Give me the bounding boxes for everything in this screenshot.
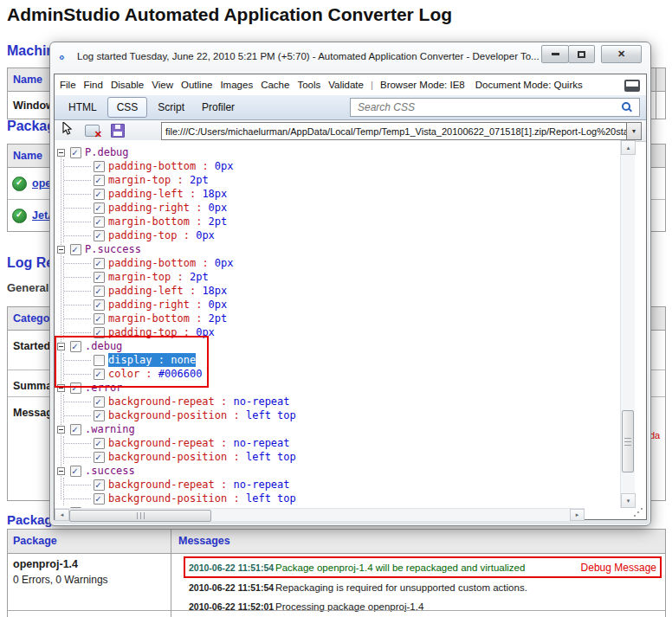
maximize-button[interactable]	[568, 45, 595, 63]
property-checkbox[interactable]	[94, 479, 105, 491]
property-checkbox[interactable]	[94, 313, 105, 325]
css-property-row[interactable]: padding-top : 0px	[64, 228, 620, 242]
expander-icon[interactable]	[57, 426, 65, 434]
browser-mode-menu[interactable]: Browser Mode: IE8	[380, 80, 465, 90]
property-checkbox[interactable]	[94, 161, 105, 172]
minimize-button[interactable]	[541, 45, 569, 63]
css-property-row[interactable]: padding-bottom : 0px	[64, 159, 620, 173]
css-rule-row[interactable]: .debug	[57, 339, 620, 353]
scroll-left-button[interactable]: ◂	[55, 509, 69, 521]
tab-script[interactable]: Script	[149, 97, 193, 118]
css-property-row[interactable]: margin-top : 2pt	[64, 173, 620, 187]
tab-css[interactable]: CSS	[107, 97, 148, 118]
css-property-row[interactable]: padding-right : 0px	[64, 298, 620, 312]
property-checkbox[interactable]	[94, 369, 105, 380]
css-property-row[interactable]: background-position : left top	[64, 408, 620, 422]
pin-window-icon[interactable]	[624, 80, 640, 92]
property-checkbox[interactable]	[94, 216, 105, 228]
expander-icon[interactable]	[57, 384, 65, 392]
css-property-row[interactable]: padding-left : 18px	[64, 284, 620, 298]
css-property-row[interactable]: background-repeat : no-repeat	[64, 395, 620, 408]
property-checkbox[interactable]	[94, 327, 105, 338]
rule-properties: background-repeat : no-repeatbackground-…	[63, 395, 620, 422]
menu-item-cache[interactable]: Cache	[261, 80, 289, 90]
url-combobox[interactable]: file:///C:/Users/michaelurman/AppData/Lo…	[161, 122, 642, 140]
property-checkbox[interactable]	[94, 175, 105, 186]
expander-icon[interactable]	[57, 246, 65, 254]
css-rule-row[interactable]: .warning	[57, 422, 620, 436]
property-checkbox[interactable]	[94, 452, 105, 463]
css-property-row[interactable]: background-position : left top	[64, 450, 620, 464]
menu-item-validate[interactable]: Validate	[328, 80, 364, 90]
resize-grip[interactable]	[633, 507, 643, 517]
css-property-row[interactable]: display : none	[64, 353, 620, 367]
menu-item-find[interactable]: Find	[84, 80, 103, 90]
close-button[interactable]: ✕	[601, 45, 642, 63]
rule-checkbox[interactable]	[70, 466, 81, 477]
menu-item-file[interactable]: File	[60, 80, 76, 90]
clear-cache-icon[interactable]	[85, 125, 100, 137]
expander-icon[interactable]	[57, 467, 65, 475]
search-icon[interactable]	[622, 102, 632, 112]
menu-item-outline[interactable]: Outline	[181, 80, 212, 90]
property-checkbox[interactable]	[94, 258, 105, 269]
property-checkbox[interactable]	[94, 355, 105, 366]
css-rule-row[interactable]	[57, 505, 620, 508]
rule-checkbox[interactable]	[70, 424, 81, 435]
tab-profiler[interactable]: Profiler	[193, 97, 243, 118]
property-checkbox[interactable]	[94, 396, 105, 408]
url-dropdown-button[interactable]: ▾	[626, 123, 641, 139]
expander-icon[interactable]	[57, 343, 65, 350]
css-property-row[interactable]: padding-top : 0px	[64, 325, 620, 339]
css-property-row[interactable]: color : #006600	[64, 367, 620, 381]
scroll-up-button[interactable]: ▴	[621, 140, 636, 155]
css-property-row[interactable]: background-repeat : no-repeat	[64, 436, 620, 450]
css-property-row[interactable]: margin-bottom : 2pt	[64, 215, 620, 228]
property-checkbox[interactable]	[94, 493, 105, 505]
tab-html[interactable]: HTML	[60, 97, 106, 118]
property-checkbox[interactable]	[94, 286, 105, 297]
save-icon[interactable]	[111, 124, 125, 138]
property-checkbox[interactable]	[94, 410, 105, 421]
rule-checkbox[interactable]	[70, 382, 81, 394]
rule-checkbox[interactable]	[70, 341, 81, 352]
css-rule-row[interactable]: .error	[57, 381, 620, 395]
vertical-scroll-thumb[interactable]	[622, 410, 634, 472]
menu-item-tools[interactable]: Tools	[297, 80, 320, 90]
rule-checkbox[interactable]	[70, 244, 81, 255]
css-rule-row[interactable]: P.debug	[57, 145, 620, 159]
rule-checkbox[interactable]	[70, 507, 81, 509]
css-property-row[interactable]: background-position : left top	[64, 492, 620, 505]
css-property-row[interactable]: margin-bottom : 2pt	[64, 312, 620, 325]
property-checkbox[interactable]	[94, 272, 105, 283]
devtools-titlebar[interactable]: ‹› Log started Tuesday, June 22, 2010 5:…	[50, 42, 650, 74]
menu-item-view[interactable]: View	[152, 80, 173, 90]
property-checkbox[interactable]	[94, 189, 105, 200]
search-input[interactable]	[356, 100, 620, 114]
rule-properties: background-repeat : no-repeatbackground-…	[63, 478, 620, 505]
css-property-row[interactable]: padding-right : 0px	[64, 201, 620, 215]
property-checkbox[interactable]	[94, 438, 105, 449]
select-element-icon[interactable]	[61, 122, 74, 139]
css-rule-row[interactable]: P.success	[57, 242, 620, 256]
document-mode-menu[interactable]: Document Mode: Quirks	[475, 80, 583, 90]
horizontal-scrollbar[interactable]: ◂ ▸	[55, 508, 585, 521]
vertical-scrollbar[interactable]: ▴ ▾	[620, 140, 635, 508]
search-box[interactable]	[350, 98, 640, 117]
horizontal-scroll-thumb[interactable]	[69, 510, 211, 522]
css-rule-row[interactable]: .success	[57, 464, 620, 478]
property-value: 0px	[215, 257, 234, 269]
css-property-row[interactable]: margin-top : 2pt	[64, 270, 620, 284]
rule-checkbox[interactable]	[70, 147, 81, 158]
property-checkbox[interactable]	[94, 299, 105, 311]
css-property-row[interactable]: background-repeat : no-repeat	[64, 478, 620, 492]
property-checkbox[interactable]	[94, 230, 105, 241]
expander-icon[interactable]	[57, 149, 65, 157]
css-property-row[interactable]: padding-left : 18px	[64, 187, 620, 201]
property-checkbox[interactable]	[94, 202, 105, 214]
css-property-row[interactable]: padding-bottom : 0px	[64, 256, 620, 270]
scroll-down-button[interactable]: ▾	[621, 493, 636, 508]
menu-item-images[interactable]: Images	[220, 80, 253, 90]
menu-item-disable[interactable]: Disable	[111, 80, 144, 90]
scroll-right-button[interactable]: ▸	[570, 509, 585, 521]
